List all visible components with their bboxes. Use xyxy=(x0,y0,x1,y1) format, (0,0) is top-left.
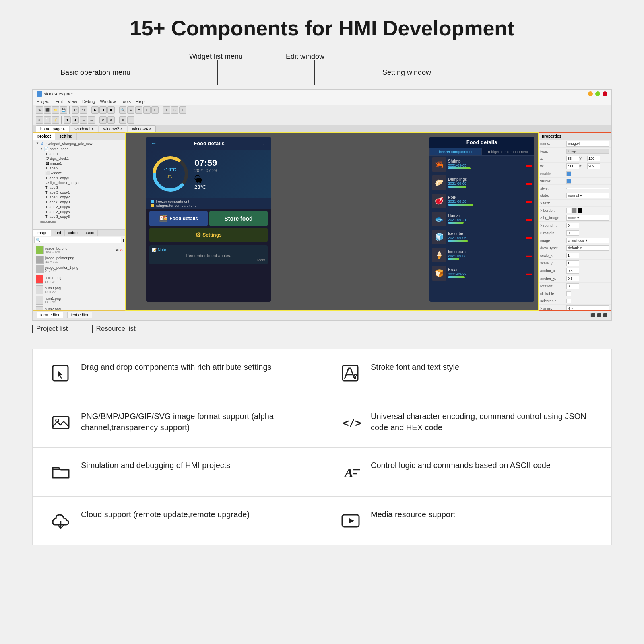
form-editor-tab[interactable]: form editor xyxy=(37,312,63,318)
tb-btn-22[interactable]: ⬇ xyxy=(72,116,79,124)
tree-item-widow1[interactable]: ⬜ widow1 xyxy=(34,171,125,175)
tb-btn-9[interactable]: ⏹ xyxy=(107,106,115,114)
menu-tools[interactable]: Tools xyxy=(120,99,131,104)
food-back-btn[interactable]: ← xyxy=(151,140,157,147)
res-tab-video[interactable]: video xyxy=(65,230,81,236)
tree-item-label3[interactable]: T label3 xyxy=(34,185,125,190)
minimize-btn[interactable] xyxy=(588,91,593,96)
tb-btn-21[interactable]: ⬆ xyxy=(64,116,71,124)
res-thumb-1 xyxy=(36,246,44,254)
tree-item-clock-copy[interactable]: ⏱ ligit_clock1_copy1 xyxy=(34,180,125,185)
food-tab-fridge[interactable]: refrigerator compartment xyxy=(482,148,534,156)
menu-debug[interactable]: Debug xyxy=(82,99,95,104)
food-del-pork[interactable]: ▬ xyxy=(526,198,532,204)
close-btn[interactable] xyxy=(603,91,607,96)
tree-item-resources[interactable]: resources xyxy=(34,219,125,224)
store-food-btn[interactable]: Store food xyxy=(209,211,268,226)
food-del-bread[interactable]: ▬ xyxy=(526,270,532,277)
tb-btn-10[interactable]: 🔍 xyxy=(119,106,126,114)
res-del-btn-1[interactable]: ✕ xyxy=(120,248,123,252)
res-tab-font[interactable]: font xyxy=(51,230,65,236)
tree-item-label1[interactable]: T label1 xyxy=(34,151,125,156)
menu-edit[interactable]: Edit xyxy=(55,99,63,104)
tb-btn-11[interactable]: ⚙ xyxy=(127,106,134,114)
food-del-dumplings[interactable]: ▬ xyxy=(526,180,532,186)
tb-btn-18[interactable]: ✏ xyxy=(36,116,43,124)
tb-btn-4[interactable]: 💾 xyxy=(60,106,67,114)
res-copy-btn-1[interactable]: ⧉ xyxy=(116,248,118,252)
menu-help[interactable]: Help xyxy=(136,99,145,104)
tb-btn-12[interactable]: ☰ xyxy=(135,106,142,114)
tb-btn-24[interactable]: ➡ xyxy=(88,116,95,124)
tree-item-label2[interactable]: T label2 xyxy=(34,166,125,171)
tab-home-page[interactable]: home_page × xyxy=(36,125,69,133)
tab-window2[interactable]: window2 × xyxy=(99,125,127,132)
tb-btn-1[interactable]: ✎ xyxy=(36,106,43,114)
tree-item-image1[interactable]: 🖼 image1 xyxy=(34,161,125,166)
panel-setting-tab[interactable]: setting xyxy=(55,133,77,140)
tb-btn-27[interactable]: ≡ xyxy=(119,116,126,124)
selectable-checkbox[interactable] xyxy=(566,299,571,303)
settings-btn[interactable]: ⚙ Settings xyxy=(149,228,268,242)
food-del-hairtail[interactable]: ▬ xyxy=(526,216,532,222)
tb-btn-14[interactable]: ⊟ xyxy=(151,106,159,114)
res-tab-image[interactable]: image xyxy=(33,230,51,236)
tb-btn-17[interactable]: I xyxy=(179,106,186,114)
tab-window4[interactable]: window4 × xyxy=(128,125,156,132)
tree-item-label3-copy4[interactable]: T label3_copy4 xyxy=(34,204,125,209)
resource-add-btn[interactable]: + xyxy=(122,237,125,243)
resource-search-input[interactable] xyxy=(34,237,121,243)
tb-btn-26[interactable]: ⊗ xyxy=(107,116,115,124)
tree-item-label3-copy3[interactable]: T label3_copy3 xyxy=(34,200,125,204)
tree-item-label3-copy5[interactable]: T label3_copy5 xyxy=(34,209,125,214)
food-details-btn[interactable]: 🍱 Food details xyxy=(149,211,208,226)
visible-checkbox[interactable] xyxy=(566,179,571,184)
text-editor-tab[interactable]: text editor xyxy=(67,312,92,318)
tb-btn-16[interactable]: B xyxy=(171,106,178,114)
border-swatch-2[interactable] xyxy=(572,208,577,213)
tb-btn-15[interactable]: T xyxy=(163,106,170,114)
tb-btn-5[interactable]: ↩ xyxy=(72,106,79,114)
tree-item-label3-copy1[interactable]: T label3_copy1 xyxy=(34,190,125,195)
prop-text: > text: xyxy=(539,200,611,207)
border-swatch-3[interactable] xyxy=(578,208,582,213)
tb-btn-7[interactable]: ▶ xyxy=(91,106,99,114)
enable-checkbox[interactable] xyxy=(566,171,571,176)
res-tab-audio[interactable]: audio xyxy=(81,230,98,236)
tree-item-label1-copy1[interactable]: T label1_copy1 xyxy=(34,175,125,180)
food-options[interactable]: ⋮ xyxy=(262,141,266,146)
tb-btn-25[interactable]: ⊕ xyxy=(99,116,107,124)
ascii-icon: A xyxy=(341,462,361,482)
clickable-checkbox[interactable] xyxy=(566,291,571,296)
tb-btn-6[interactable]: ↪ xyxy=(80,106,87,114)
tb-btn-13[interactable]: ⊞ xyxy=(143,106,151,114)
maximize-btn[interactable] xyxy=(595,91,600,96)
tb-btn-3[interactable]: 📁 xyxy=(52,106,59,114)
menu-window[interactable]: Window xyxy=(100,99,116,104)
code-icon: </> xyxy=(341,413,361,433)
tab-window1[interactable]: window1 × xyxy=(70,125,98,132)
tree-item-label3-copy2[interactable]: T label3_copy2 xyxy=(34,195,125,200)
food-tab-freezer[interactable]: freezer compartment xyxy=(429,148,482,156)
tree-item-home[interactable]: ▼ 📄 home_page xyxy=(34,146,125,151)
food-del-shrimp[interactable]: ▬ xyxy=(526,161,532,168)
panel-project-tab[interactable]: project xyxy=(33,133,55,140)
tb-btn-8[interactable]: ⏸ xyxy=(99,106,107,114)
tree-item-root[interactable]: ▼ 🖥 Intelligent_charging_pile_new xyxy=(34,141,125,146)
tb-btn-20[interactable]: ⚡ xyxy=(52,116,59,124)
tb-btn-19[interactable]: ⬜ xyxy=(44,116,51,124)
menu-project[interactable]: Project xyxy=(37,99,50,104)
food-del-icecream[interactable]: ▬ xyxy=(526,252,532,258)
res-thumb-5 xyxy=(36,285,43,294)
res-info-6: num1.png 18 × 22 xyxy=(45,297,123,304)
tb-btn-2[interactable]: ⬛ xyxy=(44,106,51,114)
tree-item-label3-copy6[interactable]: T label3_copy6 xyxy=(34,214,125,219)
menu-view[interactable]: View xyxy=(68,99,77,104)
tb-sep-4 xyxy=(161,106,161,114)
food-del-icecube[interactable]: ▬ xyxy=(526,234,532,240)
tb-btn-23[interactable]: ⬅ xyxy=(80,116,87,124)
border-swatch-1[interactable] xyxy=(566,208,571,213)
prop-wh: w: 411 h: 289 xyxy=(539,163,611,170)
tb-btn-28[interactable]: ⋯ xyxy=(127,116,134,124)
tree-item-digit-clock1[interactable]: ⏱ digit_clock1 xyxy=(34,156,125,161)
